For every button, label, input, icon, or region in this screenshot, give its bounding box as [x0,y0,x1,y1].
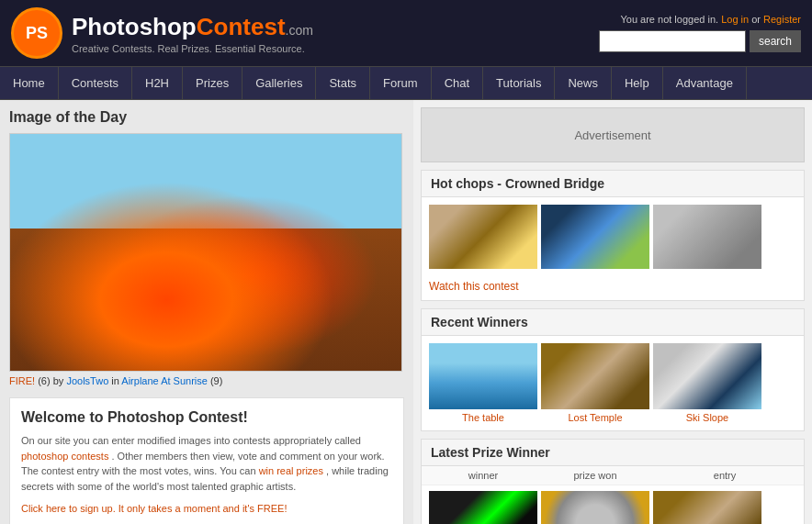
nav-item-home: Home [0,67,59,99]
winner-thumb-1[interactable] [429,343,537,409]
recent-winners-section: Recent Winners The table Lost Temple Ski… [421,308,805,431]
nav-item-stats: Stats [316,67,370,99]
nav-link-stats[interactable]: Stats [316,67,369,99]
winner-item-1: The table [429,343,537,423]
hot-chops-title: Hot chops - Crowned Bridge [422,171,804,197]
search-button[interactable]: search [750,30,801,52]
site-title-block: PhotoshopContest.com Creative Contests. … [72,13,313,54]
vote-num: (6) [38,375,50,386]
contest-score: (9) [210,375,222,386]
winner-label-2[interactable]: Lost Temple [541,412,649,423]
prize-winner-block: enagen [429,491,537,524]
prize-winner-thumb[interactable] [429,491,537,524]
recent-winners-title: Recent Winners [422,309,804,336]
advertisement: Advertisement [421,107,805,162]
nav-link-h2h[interactable]: H2H [132,67,182,99]
winner-thumb-2[interactable] [541,343,649,409]
navigation: HomeContestsH2HPrizesGalleriesStatsForum… [0,66,812,100]
search-area: search [599,30,801,52]
site-name: PhotoshopContest.com [72,13,313,41]
nav-item-forum: Forum [370,67,432,99]
prize-images: enagen Lost Temple [422,485,804,524]
welcome-section: Welcome to Photoshop Contest! On our sit… [9,397,404,524]
welcome-para: On our site you can enter modified image… [21,433,392,494]
hot-chops-images [422,197,804,276]
nav-link-galleries[interactable]: Galleries [242,67,315,99]
signup-link[interactable]: Click here to sign up. It only takes a m… [21,501,392,517]
chop-thumb-2[interactable] [541,205,649,269]
contest-text: Contest [197,13,286,40]
right-column: Advertisement Hot chops - Crowned Bridge… [413,100,812,524]
nav-item-h2h: H2H [132,67,183,99]
login-link[interactable]: Log in [721,14,749,25]
login-status: You are not logged in. Log in or Registe… [599,14,801,25]
watch-contest-link[interactable]: Watch this contest [429,280,519,293]
nav-link-help[interactable]: Help [612,67,662,99]
winner-item-2: Lost Temple [541,343,649,423]
latest-prize-title: Latest Prize Winner [422,440,804,466]
winner-item-3: Ski Slope [653,343,761,423]
prize-entry-block: Lost Temple [653,491,761,524]
register-link[interactable]: Register [763,14,801,25]
fire-link[interactable]: FIRE! [9,375,35,386]
nav-list: HomeContestsH2HPrizesGalleriesStatsForum… [0,67,812,99]
nav-link-prizes[interactable]: Prizes [183,67,242,99]
photoshop-text: Photoshop [72,13,197,40]
nav-item-contests: Contests [59,67,132,99]
nav-link-forum[interactable]: Forum [370,67,431,99]
image-of-day-heading: Image of the Day [9,109,404,126]
main-content: Image of the Day FIRE! (6) by JoolsTwo i… [0,100,812,524]
nav-item-chat: Chat [432,67,483,99]
nav-link-chat[interactable]: Chat [432,67,482,99]
prize-coin-block [541,491,649,524]
prize-header-prize: prize won [541,470,649,481]
welcome-title: Welcome to Photoshop Contest! [21,409,392,426]
winner-label-1[interactable]: The table [429,412,537,423]
image-plane [10,134,401,371]
prize-header-entry: entry [653,470,796,481]
logo-area: PS PhotoshopContest.com Creative Contest… [11,7,313,59]
win-prizes-link[interactable]: win real prizes [259,465,323,476]
chop-thumb-1[interactable] [429,205,537,269]
chop-thumb-3[interactable] [653,205,761,269]
prize-entry-thumb[interactable] [653,491,761,524]
com-text: .com [286,23,313,38]
welcome-text: On our site you can enter modified image… [21,433,392,517]
search-input[interactable] [599,30,746,52]
author-link[interactable]: JoolsTwo [66,375,108,386]
hot-chops-section: Hot chops - Crowned Bridge Watch this co… [421,170,805,301]
site-subtitle: Creative Contests. Real Prizes. Essentia… [72,43,313,54]
caption-by: by [53,375,67,386]
left-column: Image of the Day FIRE! (6) by JoolsTwo i… [0,100,413,524]
contest-link[interactable]: Airplane At Sunrise [121,375,208,386]
header-right: You are not logged in. Log in or Registe… [599,14,801,52]
winner-thumb-3[interactable] [653,343,761,409]
winner-label-3[interactable]: Ski Slope [653,412,761,423]
nav-item-help: Help [612,67,663,99]
nav-item-galleries: Galleries [242,67,316,99]
nav-item-tutorials: Tutorials [483,67,555,99]
header: PS PhotoshopContest.com Creative Contest… [0,0,812,66]
watch-contest-area: Watch this contest [422,276,804,300]
photoshop-contests-link[interactable]: photoshop contests [21,451,108,462]
prize-coin-thumb[interactable] [541,491,649,524]
caption-in: in [111,375,121,386]
nav-link-contests[interactable]: Contests [59,67,131,99]
nav-item-advantage: Advantage [663,67,747,99]
nav-link-home[interactable]: Home [0,67,58,99]
main-image[interactable] [9,133,402,372]
nav-link-advantage[interactable]: Advantage [663,67,746,99]
nav-item-prizes: Prizes [183,67,242,99]
image-caption: FIRE! (6) by JoolsTwo in Airplane At Sun… [9,375,404,386]
logo-text: PS [26,24,48,43]
nav-link-news[interactable]: News [555,67,611,99]
nav-link-tutorials[interactable]: Tutorials [483,67,554,99]
prize-headers: winner prize won entry [422,466,804,485]
latest-prize-section: Latest Prize Winner winner prize won ent… [421,439,805,524]
recent-winners-images: The table Lost Temple Ski Slope [422,336,804,430]
prize-header-winner: winner [429,470,537,481]
nav-item-news: News [555,67,612,99]
logo: PS [11,7,62,59]
